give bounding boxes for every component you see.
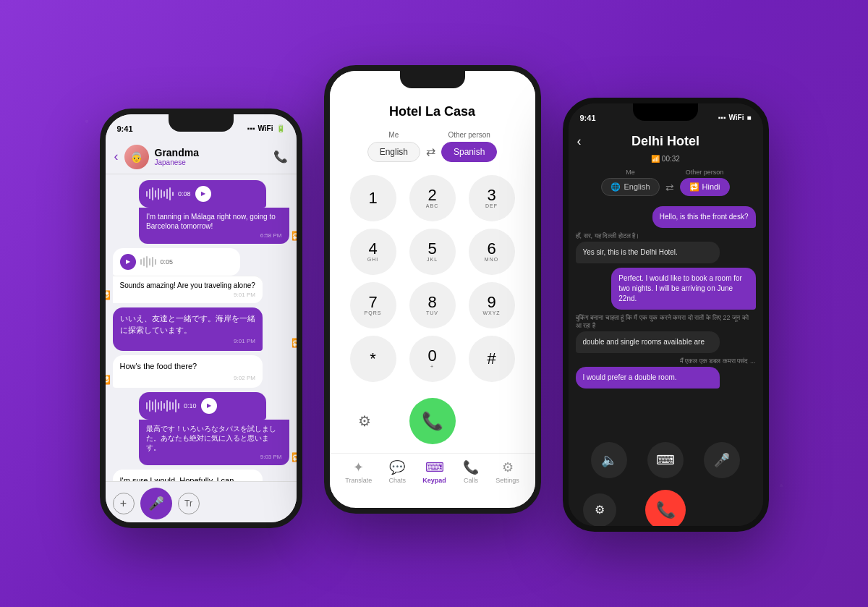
call-msg-4: double and single rooms available are [576, 331, 720, 353]
call-title-area: Delhi Hotel [631, 134, 699, 149]
keypad-title: Hotel La Casa [344, 104, 521, 119]
call-language-row: Me 🌐 English ⇄ Other person 🔁 Hindi [569, 164, 763, 200]
call-msg-2-wrapper: हाँ, सर, यह दिल्ली होटल है। Yes sir, thi… [576, 232, 756, 263]
call-button-center[interactable]: 📞 [409, 398, 456, 444]
nav-settings[interactable]: ⚙ Settings [495, 459, 519, 484]
key-5[interactable]: 5 JKL [409, 229, 456, 275]
text-msg-received-1: How's the food there? 9:02 PM 🔁 [113, 355, 289, 388]
mic-button[interactable]: 🎤 [140, 488, 172, 519]
call-status: 📶 00:32 [569, 153, 763, 164]
key-9[interactable]: 9 WXYZ [469, 282, 515, 328]
phone-call: 9:41 ▪▪▪ WiFi ■ ‹ Delhi Hotel 📶 00:32 Me… [563, 98, 769, 532]
call-other-lang-text: Hindi [702, 182, 720, 191]
nav-translate[interactable]: ✦ Translate [345, 459, 372, 484]
me-language-button[interactable]: English [367, 142, 420, 162]
nav-chats[interactable]: 💬 Chats [389, 459, 407, 484]
msg-time-1: 6:58 PM [146, 232, 281, 239]
key-4[interactable]: 4 GHI [350, 229, 396, 275]
call-button[interactable]: 📞 [273, 150, 288, 164]
key-6[interactable]: 6 MNO [469, 229, 515, 275]
battery-icon: 🔋 [276, 124, 285, 132]
voice-translation-1: I'm tanning in Málaga right now, going t… [139, 208, 289, 244]
call-swap-icon[interactable]: ⇄ [665, 182, 674, 193]
call-me-lang-button[interactable]: 🌐 English [601, 178, 659, 196]
language-selector: Me English ⇄ Other person Spanish [330, 125, 535, 168]
play-button-3[interactable]: ▶ [201, 398, 217, 414]
call-header: ‹ Delhi Hotel [569, 130, 763, 153]
call-me-label: Me [626, 169, 635, 176]
mute-button[interactable]: 🎤 [704, 442, 740, 478]
status-icons-right: ▪▪▪ WiFi ■ [718, 114, 752, 122]
waveform-2 [140, 255, 156, 269]
key-star[interactable]: * [350, 336, 396, 382]
translate-button[interactable]: Tr [178, 493, 200, 514]
play-button-2[interactable]: ▶ [120, 254, 136, 270]
keypad-bottom-controls: ⚙︎ 📞 [330, 389, 535, 453]
call-msg-3: Perfect. I would like to book a room for… [611, 268, 755, 310]
chat-messages: 0:08 ▶ I'm tanning in Málaga right now, … [106, 174, 297, 481]
chats-nav-label: Chats [389, 477, 407, 484]
call-other-label: Other person [686, 169, 724, 176]
key-0[interactable]: 0 + [409, 336, 456, 382]
other-language-button[interactable]: Spanish [441, 142, 497, 162]
key-1[interactable]: 1 [350, 175, 396, 221]
nav-keypad[interactable]: ⌨ Keypad [422, 459, 446, 484]
voice-translation-3: 最高です！いろいろなタパスを試しました。あなたも絶対に気に入ると思います。 9:… [139, 420, 289, 465]
notch-left [169, 114, 234, 132]
key-hash[interactable]: # [469, 336, 515, 382]
keypad-button[interactable]: ⌨ [647, 442, 684, 478]
call-msg-5-hint: मैं एकल एक डबल कमरा पसंद ... [576, 357, 756, 365]
call-other-lang-button[interactable]: 🔁 Hindi [680, 178, 730, 196]
call-settings-button[interactable]: ⚙ [583, 493, 616, 527]
voice-msg-sent-1: 0:08 ▶ I'm tanning in Málaga right now, … [139, 180, 289, 244]
wifi-icon-r: WiFi [728, 114, 744, 122]
phone-chat: 9:41 ▪▪▪ WiFi 🔋 ‹ 👵 Grandma Japanese 📞 [100, 109, 302, 528]
back-button[interactable]: ‹ [114, 149, 119, 164]
settings-nav-icon: ⚙ [502, 459, 514, 475]
calls-nav-label: Calls [464, 477, 478, 484]
notch-right [633, 103, 698, 121]
call-msg-4-original: बुकिंग बनाना चाहता हूं कि मैं एक युक करन… [576, 314, 756, 330]
call-msg-2-original: हाँ, सर, यह दिल्ली होटल है। [576, 232, 756, 240]
end-call-button[interactable]: 📞 [645, 490, 686, 530]
call-msg-5-wrapper: मैं एकल एक डबल कमरा पसंद ... I would pre… [576, 357, 756, 389]
chat-input-bar: + 🎤 Tr [106, 481, 297, 525]
battery-icon-r: ■ [746, 114, 751, 122]
keypad-nav-icon: ⌨ [425, 459, 444, 475]
wifi-icon: WiFi [258, 124, 273, 132]
add-button[interactable]: + [113, 493, 135, 514]
call-msg-2: Yes sir, this is the Delhi Hotel. [576, 242, 720, 263]
contact-language: Japanese [155, 158, 268, 166]
msg-time-3: 9:01 PM [120, 337, 255, 345]
settings-nav-label: Settings [495, 477, 519, 484]
voice-msg-received-1: ▶ 0:05 Sounds amazing! Are you traveling… [113, 248, 263, 303]
play-button-1[interactable]: ▶ [195, 186, 211, 202]
translate-icon-3: 🔁 [292, 338, 297, 348]
me-label: Me [388, 131, 399, 139]
key-2[interactable]: 2 ABC [409, 175, 456, 221]
key-7[interactable]: 7 PQRS [350, 282, 396, 328]
back-button-right[interactable]: ‹ [577, 134, 582, 149]
time-right: 9:41 [580, 114, 596, 122]
home-indicator-center [396, 497, 469, 500]
translate-nav-label: Translate [345, 477, 372, 484]
nav-calls[interactable]: 📞 Calls [463, 459, 479, 484]
msg-time-4: 9:02 PM [120, 374, 255, 382]
text-msg-sent-1: いいえ、友達と一緒です。海岸を一緒に探索しています。 9:01 PM 🔁 [113, 307, 289, 351]
chat-header: ‹ 👵 Grandma Japanese 📞 [106, 140, 297, 174]
translate-icon-5: 🔁 [292, 452, 297, 462]
key-3[interactable]: 3 DEF [469, 175, 515, 221]
text-msg-received-2: I'm sure I would. Hopefully, I can trave… [113, 470, 289, 480]
key-8[interactable]: 8 TUV [409, 282, 456, 328]
call-me-lang-text: English [624, 182, 650, 191]
audio-settings-button[interactable]: ⚙︎ [349, 405, 380, 437]
status-icons-left: ▪▪▪ WiFi 🔋 [247, 124, 285, 132]
contact-name: Grandma [155, 147, 268, 158]
speaker-button[interactable]: 🔈 [591, 442, 627, 478]
call-me-col: Me 🌐 English [601, 169, 659, 196]
voice-translation-2: Sounds amazing! Are you traveling alone?… [113, 276, 263, 303]
waveform-3 [146, 399, 179, 413]
keypad-nav-label: Keypad [422, 477, 446, 484]
swap-icon[interactable]: ⇄ [426, 145, 435, 158]
calls-nav-icon: 📞 [463, 459, 479, 475]
